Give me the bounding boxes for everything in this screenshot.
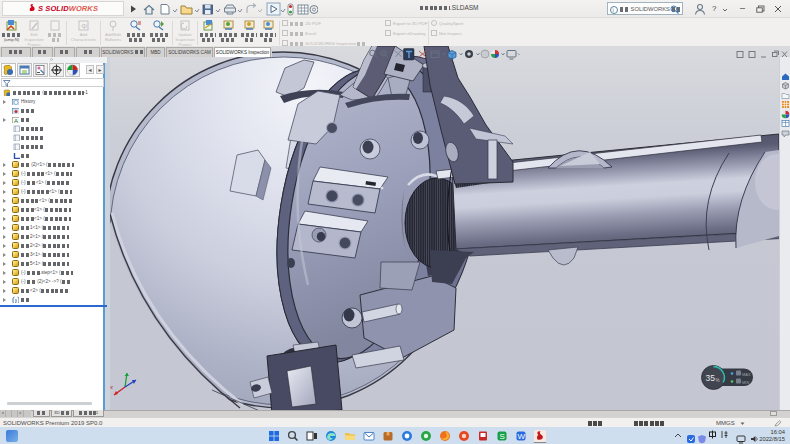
svg-text:W: W [517, 432, 525, 441]
svg-text:i: i [613, 7, 614, 13]
svg-text:S: S [499, 432, 504, 441]
svg-text:A: A [14, 118, 18, 123]
svg-text:MAX: MAX [742, 372, 751, 377]
svg-text:MIN: MIN [742, 380, 749, 385]
svg-text:35: 35 [706, 373, 716, 383]
svg-text:Φ: Φ [81, 22, 87, 31]
svg-text:%: % [716, 378, 720, 383]
